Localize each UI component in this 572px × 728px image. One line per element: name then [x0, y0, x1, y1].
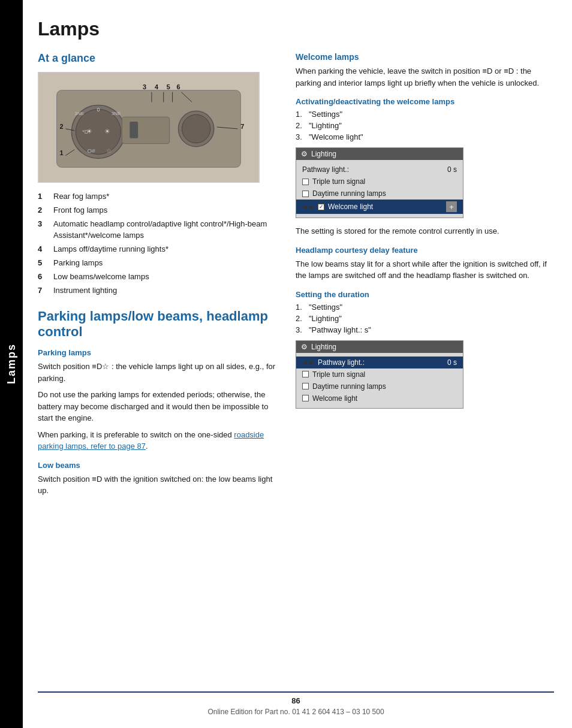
list-item: 5 Parking lamps [38, 258, 278, 268]
welcome-light-label-2: Welcome light [312, 394, 357, 403]
low-beams-heading: Low beams [38, 461, 278, 470]
list-item: 4 Lamps off/daytime running lights* [38, 244, 278, 255]
parking-lamps-heading: Parking lamps [38, 348, 278, 357]
headlamp-courtesy-heading: Headlamp courtesy delay feature [296, 246, 554, 255]
triple-turn-label-2: Triple turn signal [312, 370, 365, 379]
ui-box-1-title: ⚙ Lighting [296, 148, 463, 160]
activating-heading: Activating/deactivating the welcome lamp… [296, 97, 554, 106]
page-number: 86 [38, 696, 554, 705]
at-a-glance-heading: At a glance [38, 52, 278, 65]
ui-box-1: ⚙ Lighting Pathway light.: 0 s [296, 147, 463, 218]
svg-text:4: 4 [155, 83, 158, 90]
svg-text:0: 0 [97, 107, 100, 113]
side-tab: Lamps [0, 0, 23, 728]
daytime-checkbox-1[interactable] [302, 191, 309, 197]
list-item: 3 Automatic headlamp control/adaptive li… [38, 219, 278, 240]
setting-duration-steps-list: 1. "Settings" 2. "Lighting" 3. "Pathway … [296, 303, 554, 334]
svg-text:3: 3 [143, 83, 146, 90]
svg-text:3NE: 3NE [75, 111, 84, 116]
svg-text:*D: *D [82, 129, 88, 135]
side-tab-label: Lamps [5, 343, 18, 384]
page-title: Lamps [38, 18, 554, 40]
headlamp-courtesy-text: The low beams stay lit for a short while… [296, 258, 554, 282]
ui-box-2: ⚙ Lighting ◀ ▶ Pathway light.: [296, 340, 463, 409]
nav-arrow-right: ▶ [309, 204, 314, 210]
pathway-row-2: ◀ ▶ Pathway light.: 0 s [296, 357, 463, 368]
footer-text: Online Edition for Part no. 01 41 2 604 … [38, 708, 554, 716]
step-item: 2. "Lighting" [296, 314, 554, 323]
step-item: 3. "Welcome light" [296, 132, 554, 141]
diagram-container: 0 3NE 3NE ☀ ☀ 3 4 [38, 72, 260, 183]
welcome-light-row-2: Welcome light [302, 392, 457, 404]
svg-text:2: 2 [60, 123, 64, 130]
step-item: 2. "Lighting" [296, 121, 554, 130]
list-item: 7 Instrument lighting [38, 285, 278, 296]
svg-text:7: 7 [240, 123, 244, 130]
list-item: 6 Low beams/welcome lamps [38, 271, 278, 282]
plus-button-1[interactable]: + [446, 201, 457, 212]
parking-lamps-text2: Do not use the parking lamps for extende… [38, 389, 278, 424]
setting-duration-heading: Setting the duration [296, 290, 554, 299]
lighting-icon-2: ⚙ [301, 343, 308, 351]
pathway-label-1: Pathway light.: [302, 165, 349, 174]
svg-rect-11 [122, 117, 169, 144]
svg-text:3NE: 3NE [112, 111, 121, 116]
welcome-light-checkbox-1[interactable] [318, 204, 324, 210]
svg-rect-12 [130, 122, 138, 138]
triple-turn-label-1: Triple turn signal [312, 177, 365, 186]
nav-arrow-left: ◀ [302, 204, 307, 210]
lamps-diagram: 0 3NE 3NE ☀ ☀ 3 4 [38, 73, 259, 182]
ui-box-1-body: Pathway light.: 0 s Triple turn signal [296, 160, 463, 218]
daytime-label-1: Daytime running lamps [312, 189, 386, 198]
daytime-row-2: Daytime running lamps [302, 380, 457, 392]
two-col-layout: At a glance 0 3NE 3NE [38, 52, 554, 679]
welcome-light-row-1: ◀ ▶ Welcome light + [296, 200, 463, 214]
svg-text:5: 5 [167, 83, 170, 90]
stored-text: The setting is stored for the remote con… [296, 225, 554, 237]
ui-box-2-body: ◀ ▶ Pathway light.: 0 s Triple tu [296, 353, 463, 408]
welcome-lamps-text: When parking the vehicle, leave the swit… [296, 65, 554, 89]
svg-text:1: 1 [60, 149, 64, 156]
main-content: Lamps At a glance 0 [23, 0, 572, 728]
step-item: 1. "Settings" [296, 110, 554, 119]
triple-turn-row-2: Triple turn signal [302, 368, 457, 380]
svg-text:☀: ☀ [104, 128, 110, 135]
step-item: 3. "Pathway light.: s" [296, 325, 554, 334]
svg-text:6: 6 [176, 83, 180, 90]
page-footer: 86 Online Edition for Part no. 01 41 2 6… [38, 691, 554, 716]
ui-box-2-title: ⚙ Lighting [296, 341, 463, 353]
nav-arrow-left-2: ◀ [302, 359, 307, 365]
triple-turn-checkbox-1[interactable] [302, 179, 309, 185]
daytime-row-1: Daytime running lamps [302, 188, 457, 200]
svg-text:O#: O# [87, 147, 95, 154]
list-item: 1 Rear fog lamps* [38, 191, 278, 202]
activating-steps-list: 1. "Settings" 2. "Lighting" 3. "Welcome … [296, 110, 554, 141]
triple-turn-row-1: Triple turn signal [302, 176, 457, 188]
pathway-label-2: Pathway light.: [318, 358, 365, 367]
step-item: 1. "Settings" [296, 303, 554, 312]
parking-lamps-text3: When parking, it is preferable to switch… [38, 429, 278, 452]
welcome-light-checkbox-2[interactable] [302, 395, 309, 401]
welcome-lamps-heading: Welcome lamps [296, 52, 554, 62]
nav-arrow-right-2: ▶ [309, 359, 314, 365]
svg-point-10 [182, 114, 210, 143]
pathway-row-1: Pathway light.: 0 s [302, 164, 457, 176]
left-column: At a glance 0 3NE 3NE [38, 52, 278, 679]
parking-section: Parking lamps/low beams, headlamp contro… [38, 309, 278, 497]
low-beams-text: Switch position ≡D with the ignition swi… [38, 473, 278, 497]
pathway-value-1: 0 s [447, 165, 457, 174]
daytime-checkbox-2[interactable] [302, 383, 309, 389]
triple-turn-checkbox-2[interactable] [302, 371, 309, 377]
diagram-numbered-list: 1 Rear fog lamps* 2 Front fog lamps 3 Au… [38, 191, 278, 297]
right-column: Welcome lamps When parking the vehicle, … [296, 52, 554, 679]
parking-section-heading: Parking lamps/low beams, headlamp contro… [38, 309, 278, 340]
page-container: Lamps Lamps At a glance [0, 0, 572, 728]
welcome-light-label-1: Welcome light [328, 203, 373, 211]
list-item: 2 Front fog lamps [38, 205, 278, 216]
parking-lamps-text1: Switch position ≡D☆ : the vehicle lamps … [38, 361, 278, 384]
lighting-icon: ⚙ [301, 150, 308, 158]
daytime-label-2: Daytime running lamps [312, 382, 386, 391]
svg-text:☆: ☆ [106, 147, 112, 154]
pathway-value-2: 0 s [447, 358, 457, 367]
